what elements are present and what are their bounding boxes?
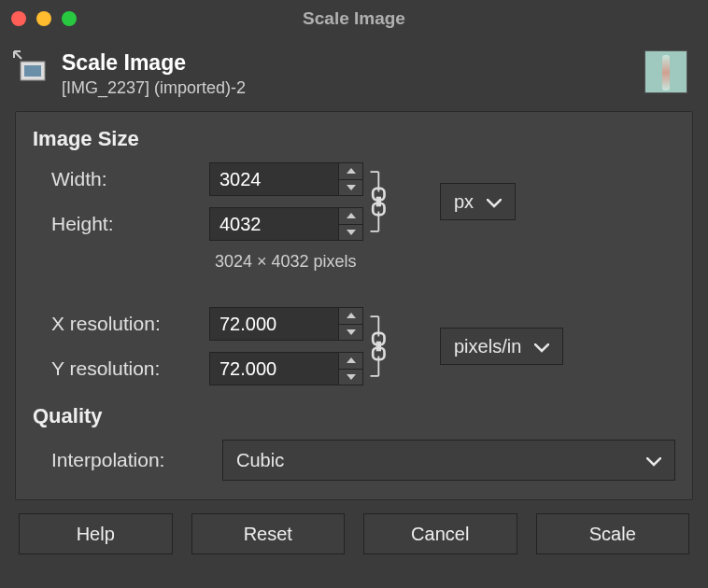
y-resolution-field[interactable] (210, 353, 338, 385)
size-chain-link[interactable] (367, 162, 395, 241)
interpolation-label: Interpolation: (51, 449, 205, 471)
width-decrement[interactable] (339, 180, 362, 196)
dialog-title: Scale Image (62, 50, 633, 76)
size-unit-dropdown[interactable]: px (440, 183, 516, 220)
height-field[interactable] (210, 208, 338, 240)
interpolation-value: Cubic (236, 450, 284, 471)
window-controls (11, 11, 77, 26)
pixel-dimensions-text: 3024 × 4032 pixels (209, 252, 436, 272)
dialog-header: Scale Image [IMG_2237] (imported)-2 (0, 37, 708, 104)
svg-rect-4 (376, 197, 381, 207)
height-increment[interactable] (339, 208, 362, 225)
quality-row: Interpolation: Cubic (51, 440, 675, 481)
scale-image-icon (13, 50, 50, 88)
image-size-grid: Width: px Height: (51, 162, 675, 385)
image-thumbnail (644, 50, 687, 93)
width-input[interactable] (209, 162, 363, 196)
svg-rect-7 (376, 342, 381, 352)
titlebar: Scale Image (0, 0, 708, 37)
width-label: Width: (51, 168, 205, 190)
dialog-content: Image Size Width: px H (15, 111, 693, 500)
dialog-buttons: Help Reset Cancel Scale (0, 513, 708, 571)
x-resolution-input[interactable] (209, 307, 363, 341)
maximize-window-button[interactable] (62, 11, 77, 26)
quality-section-title: Quality (33, 404, 675, 428)
scale-button[interactable]: Scale (536, 513, 690, 554)
yres-increment[interactable] (339, 353, 362, 370)
resolution-unit-dropdown[interactable]: pixels/in (440, 328, 563, 365)
y-resolution-label: Y resolution: (51, 357, 205, 380)
chevron-down-icon (487, 191, 502, 213)
window-title: Scale Image (303, 8, 405, 29)
yres-decrement[interactable] (339, 370, 362, 385)
chevron-down-icon (646, 450, 661, 471)
dialog-subtitle: [IMG_2237] (imported)-2 (62, 78, 633, 98)
reset-button[interactable]: Reset (191, 513, 346, 554)
width-field[interactable] (210, 163, 338, 195)
height-label: Height: (51, 213, 205, 235)
cancel-button[interactable]: Cancel (363, 513, 517, 554)
height-input[interactable] (209, 207, 363, 241)
minimize-window-button[interactable] (36, 11, 51, 26)
interpolation-dropdown[interactable]: Cubic (222, 440, 675, 481)
size-unit-value: px (454, 191, 474, 213)
close-window-button[interactable] (11, 11, 26, 26)
resolution-chain-link[interactable] (367, 307, 395, 385)
xres-decrement[interactable] (339, 325, 362, 341)
x-resolution-label: X resolution: (51, 313, 205, 335)
y-resolution-input[interactable] (209, 352, 363, 385)
xres-increment[interactable] (339, 308, 362, 325)
x-resolution-field[interactable] (210, 308, 338, 340)
width-increment[interactable] (339, 163, 362, 180)
image-size-section-title: Image Size (33, 127, 675, 151)
help-button[interactable]: Help (19, 513, 173, 554)
resolution-unit-value: pixels/in (454, 336, 521, 357)
chevron-down-icon (534, 336, 549, 357)
height-decrement[interactable] (339, 225, 362, 241)
svg-rect-1 (24, 65, 41, 77)
